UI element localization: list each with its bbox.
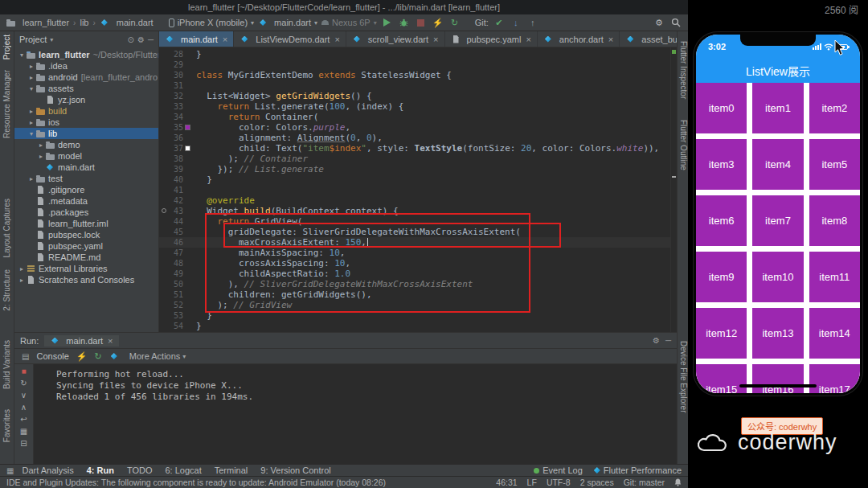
- tool-window-switcher-icon[interactable]: ▦: [6, 466, 14, 475]
- editor-tab-anchor-dart[interactable]: anchor.dart×: [538, 31, 620, 47]
- statusbar-dart-analysis[interactable]: Dart Analysis: [22, 465, 73, 475]
- tool-button-favorites[interactable]: Favorites: [2, 409, 11, 442]
- tool-button-layout-captures[interactable]: Layout Captures: [2, 199, 11, 257]
- tree-expand-arrow-icon[interactable]: ▸: [27, 175, 35, 182]
- tree-expand-arrow-icon[interactable]: ▾: [27, 130, 35, 137]
- tree-item-external-libraries[interactable]: ▸External Libraries: [14, 263, 158, 274]
- hot-restart-icon[interactable]: ↻: [95, 351, 102, 362]
- tree-item-learn-flutter[interactable]: ▾learn_flutter~/Desktop/FlutterCo: [14, 49, 158, 60]
- close-icon[interactable]: ×: [334, 35, 339, 44]
- settings-gear-icon[interactable]: ⚙: [653, 18, 665, 28]
- project-view-selector[interactable]: Project: [19, 35, 47, 44]
- run-tab-main-dart[interactable]: main.dart ×: [44, 335, 118, 347]
- tool-button-2-structure[interactable]: 2: Structure: [2, 269, 11, 311]
- scroll-up-icon[interactable]: ∧: [21, 404, 27, 412]
- gutter-line-number[interactable]: 53: [159, 310, 191, 321]
- code-line-53[interactable]: 53 }: [159, 310, 670, 321]
- scroll-down-icon[interactable]: ∨: [21, 392, 27, 400]
- gutter-line-number[interactable]: 48: [159, 258, 191, 269]
- settings-gear-icon[interactable]: ⚙: [653, 336, 660, 345]
- tree-expand-arrow-icon[interactable]: ▸: [37, 141, 45, 149]
- code-line-34[interactable]: 34 return Container(: [159, 112, 670, 122]
- code-editor[interactable]: 28}2930class MyGridExtentDemo extends St…: [159, 47, 677, 332]
- tool-button-resource-manager[interactable]: Resource Manager: [2, 70, 11, 138]
- code-line-42[interactable]: 42 @override: [159, 195, 670, 206]
- tree-expand-arrow-icon[interactable]: ▸: [27, 119, 35, 126]
- locate-file-icon[interactable]: ⊙: [128, 35, 134, 44]
- tree-expand-arrow-icon[interactable]: ▸: [18, 265, 26, 273]
- indent-style[interactable]: 2 spaces: [580, 478, 614, 487]
- close-icon[interactable]: ×: [108, 336, 113, 346]
- editor-scrollbar[interactable]: [670, 47, 677, 332]
- tree-expand-arrow-icon[interactable]: ▸: [37, 153, 45, 160]
- editor-tab-pubspec-yaml[interactable]: pubspec.yaml×: [445, 31, 538, 47]
- tree-item-yz-json[interactable]: yz.json: [14, 94, 158, 105]
- git-update-button[interactable]: ↓: [510, 18, 522, 27]
- close-icon[interactable]: ×: [223, 35, 227, 44]
- gutter-line-number[interactable]: 29: [159, 59, 191, 70]
- statusbar-flutter-performance[interactable]: Flutter Performance: [594, 465, 682, 475]
- tree-item-test[interactable]: ▸test: [14, 173, 158, 184]
- tree-item-android[interactable]: ▸android[learn_flutter_andro: [14, 72, 158, 83]
- tool-button-device-file-explorer[interactable]: Device File Explorer: [679, 341, 688, 412]
- git-push-button[interactable]: ↑: [526, 18, 539, 27]
- tree-item-pubspec-yaml[interactable]: pubspec.yaml: [14, 240, 158, 252]
- run-button[interactable]: [383, 18, 391, 27]
- tool-button-flutter-outline[interactable]: Flutter Outline: [679, 120, 688, 170]
- gutter-line-number[interactable]: 43: [159, 206, 191, 216]
- gutter-line-number[interactable]: 30: [159, 70, 191, 80]
- update-notification[interactable]: IDE and Plugin Updates: The following co…: [6, 478, 386, 487]
- gutter-line-number[interactable]: 28: [159, 49, 191, 59]
- tree-expand-arrow-icon[interactable]: ▸: [27, 63, 35, 70]
- tree-expand-arrow-icon[interactable]: ▸: [18, 277, 26, 284]
- caret-position[interactable]: 46:31: [496, 478, 517, 487]
- tree-item-lib[interactable]: ▾lib: [14, 128, 158, 139]
- tree-item-scratches-and-consoles[interactable]: ▸Scratches and Consoles: [14, 274, 158, 285]
- git-commit-button[interactable]: ✔: [493, 18, 506, 28]
- gutter-line-number[interactable]: 42: [159, 195, 191, 206]
- gutter-line-number[interactable]: 52: [159, 300, 191, 310]
- open-devtools-icon[interactable]: [109, 351, 120, 361]
- code-line-50[interactable]: 50 ), // SliverGridDelegateWithMaxCrossA…: [159, 279, 670, 289]
- tree-expand-arrow-icon[interactable]: ▾: [27, 85, 35, 92]
- hide-panel-icon[interactable]: ─: [665, 336, 671, 345]
- code-line-51[interactable]: 51 children: getGridWidgets(),: [159, 289, 670, 300]
- tree-item-learn-flutter-iml[interactable]: learn_flutter.iml: [14, 218, 158, 229]
- notifications-bell-icon[interactable]: [674, 478, 682, 486]
- tool-button-build-variants[interactable]: Build Variants: [2, 340, 11, 389]
- run-config-selector[interactable]: main.dart ▾: [258, 18, 317, 27]
- tree-item-ios[interactable]: ▸ios: [14, 117, 158, 128]
- gear-icon[interactable]: ⚙: [137, 35, 145, 44]
- grid-view[interactable]: item0item1item2item3item4item5item6item7…: [696, 83, 860, 393]
- statusbar-terminal[interactable]: Terminal: [215, 465, 248, 475]
- code-line-32[interactable]: 32 List<Widget> getGridWidgets() {: [159, 91, 670, 101]
- editor-tab-listviewdemo-dart[interactable]: ListViewDemo.dart×: [234, 31, 346, 47]
- code-line-33[interactable]: 33 return List.generate(100, (index) {: [159, 101, 670, 112]
- gutter-line-number[interactable]: 49: [159, 269, 191, 279]
- debug-button[interactable]: [398, 18, 411, 27]
- code-line-46[interactable]: 46 maxCrossAxisExtent: 150,: [159, 237, 670, 248]
- code-line-54[interactable]: 54}: [159, 321, 670, 331]
- tree-item-model[interactable]: ▸model: [14, 150, 158, 162]
- search-icon[interactable]: [669, 18, 682, 27]
- editor-tab-asset-bundle-dart[interactable]: asset_bundle.dart×: [620, 31, 677, 47]
- code-line-37[interactable]: 37 child: Text("item$index", style: Text…: [159, 143, 670, 154]
- git-branch[interactable]: Git: master: [624, 478, 665, 487]
- code-line-49[interactable]: 49 childAspectRatio: 1.0: [159, 269, 670, 279]
- tree-item-pubspec-lock[interactable]: pubspec.lock: [14, 229, 158, 240]
- soft-wrap-icon[interactable]: ↩: [20, 416, 27, 424]
- code-line-36[interactable]: 36 alignment: Alignment(0, 0),: [159, 133, 670, 143]
- gutter-line-number[interactable]: 34: [159, 112, 191, 122]
- code-line-47[interactable]: 47 mainAxisSpacing: 10,: [159, 248, 670, 258]
- console-tab[interactable]: Console: [36, 351, 68, 361]
- print-icon[interactable]: ▦: [20, 428, 27, 436]
- breadcrumb-file[interactable]: main.dart: [117, 18, 154, 27]
- editor-tab-main-dart[interactable]: main.dart×: [159, 31, 234, 47]
- code-line-44[interactable]: 44 return GridView(: [159, 216, 670, 227]
- hide-panel-icon[interactable]: ─: [148, 35, 154, 44]
- gutter-line-number[interactable]: 39: [159, 164, 191, 174]
- gutter-line-number[interactable]: 33: [159, 101, 191, 112]
- tree-item-idea[interactable]: ▸.idea: [14, 60, 158, 72]
- statusbar-4-run[interactable]: 4: Run: [87, 465, 114, 475]
- statusbar-6-logcat[interactable]: 6: Logcat: [165, 465, 201, 475]
